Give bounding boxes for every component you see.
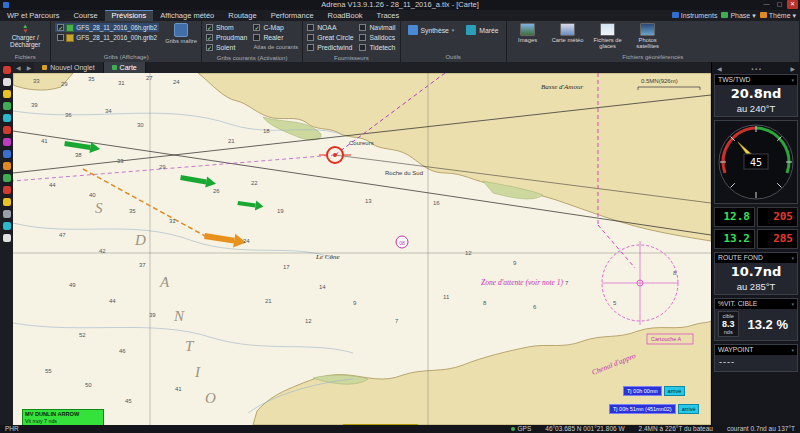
checkbox[interactable] [307, 34, 314, 41]
checkbox-item[interactable]: Predictwind [307, 43, 353, 52]
menu-bar: WP et ParcoursCoursePrévisionsAffichage … [0, 10, 800, 21]
svg-text:D: D [134, 232, 146, 248]
alarm-icon[interactable] [3, 186, 11, 194]
eta-status: arrivé [678, 404, 700, 414]
phase-menu[interactable]: Phase ▾ [721, 12, 755, 20]
panel-prev-icon[interactable]: ◀ [717, 65, 722, 72]
speed-display-1[interactable]: 12.8 [714, 207, 755, 227]
panel-grid-icon[interactable]: ▪ ▪ ▪ [751, 66, 761, 72]
svg-text:30: 30 [137, 122, 144, 128]
svg-text:S: S [95, 200, 103, 216]
charger-label-1: Charger / [12, 34, 39, 41]
svg-text:31: 31 [118, 80, 125, 86]
tab-carte[interactable]: Carte [104, 62, 146, 73]
info-icon[interactable] [3, 222, 11, 230]
svg-text:35: 35 [88, 76, 95, 82]
checkbox-item[interactable]: NOAA [307, 23, 353, 32]
svg-text:46: 46 [119, 348, 126, 354]
zoom-icon[interactable] [3, 102, 11, 110]
route-icon[interactable] [3, 78, 11, 86]
menu-item[interactable]: Affichage météo [153, 10, 221, 21]
tab-next-icon[interactable]: ▶ [24, 64, 35, 71]
tab-prev-icon[interactable]: ◀ [13, 64, 24, 71]
flag-icon[interactable] [3, 174, 11, 182]
checkbox-item[interactable]: Navimail [359, 23, 395, 32]
angle-display-1[interactable]: 205 [757, 207, 798, 227]
minimize-button[interactable]: — [761, 0, 772, 9]
checkbox-item[interactable]: Saildocs [359, 33, 395, 42]
svg-text:Zone d'attente (voir note 1): Zone d'attente (voir note 1) [481, 278, 564, 287]
svg-text:35: 35 [129, 208, 136, 214]
checkbox[interactable] [359, 34, 366, 41]
theme-menu[interactable]: Thème ▾ [760, 12, 796, 20]
nautical-chart[interactable]: 08 3329353127243936343041383329444035314… [13, 73, 711, 425]
checkbox[interactable]: ✓ [206, 44, 213, 51]
synthese-button[interactable]: Synthèse ▾ [405, 23, 458, 37]
fichiers-group-label: Fichiers [0, 53, 50, 62]
checkbox-label: Shom [216, 24, 234, 31]
mob-icon[interactable] [3, 198, 11, 206]
grib-checkbox[interactable] [57, 34, 64, 41]
waypoint-icon[interactable] [3, 90, 11, 98]
menu-item[interactable]: Traces [370, 10, 407, 21]
checkbox[interactable]: ✓ [206, 34, 213, 41]
current-icon[interactable] [3, 138, 11, 146]
checkbox[interactable] [253, 34, 260, 41]
tab-nouvel-onglet[interactable]: Nouvel Onglet [34, 62, 103, 73]
checkbox[interactable]: ✓ [206, 24, 213, 31]
menu-item[interactable]: Course [66, 10, 104, 21]
menu-item[interactable]: Performance [264, 10, 321, 21]
ruler-icon[interactable] [3, 114, 11, 122]
grib-file-row[interactable]: GFS_28_11_2016_00h.grib2 [55, 33, 159, 42]
tws-instrument[interactable]: TWS/TWD▾ 20.8nd au 240°T [714, 74, 798, 117]
fichiers-glaces-icon [600, 23, 615, 36]
instruments-menu[interactable]: Instruments [672, 12, 718, 19]
speed-display-2[interactable]: 13.2 [714, 229, 755, 249]
checkbox-item[interactable]: Realer [253, 33, 298, 42]
images-button[interactable]: Images [511, 23, 545, 43]
svg-text:N: N [173, 308, 185, 324]
close-button[interactable]: ✕ [787, 0, 798, 9]
checkbox[interactable] [359, 44, 366, 51]
menu-item[interactable]: WP et Parcours [0, 10, 66, 21]
boat-icon[interactable] [3, 66, 11, 74]
vit-cible-instrument[interactable]: %VIT. CIBLE▾ cible 8.3 nds 13.2 % [714, 298, 798, 341]
svg-text:41: 41 [41, 138, 48, 144]
carte-meteo-button[interactable]: Carte météo [551, 23, 585, 43]
settings-icon[interactable] [3, 210, 11, 218]
svg-text:13: 13 [365, 198, 372, 204]
checkbox-item[interactable]: Great Circle [307, 33, 353, 42]
svg-text:47: 47 [59, 232, 66, 238]
layers-icon[interactable] [3, 162, 11, 170]
maximize-button[interactable]: ▢ [774, 0, 785, 9]
fichiers-glaces-button[interactable]: Fichiers de glaces [591, 23, 625, 49]
charger-decharger-button[interactable]: ▲▼ Charger / Décharger [4, 23, 46, 49]
panel-next-icon[interactable]: ▶ [790, 65, 795, 72]
gribs-maitre-icon[interactable] [174, 23, 188, 37]
route-fond-instrument[interactable]: ROUTE FOND▾ 10.7nd au 285°T [714, 252, 798, 295]
photos-satellites-button[interactable]: Photos satellites [631, 23, 665, 49]
checkbox-item[interactable]: ✓Proudman [206, 33, 247, 42]
maree-button[interactable]: Marée [463, 23, 501, 37]
checkbox[interactable] [307, 44, 314, 51]
checkbox[interactable] [307, 24, 314, 31]
grib-checkbox[interactable]: ✓ [57, 24, 64, 31]
checkbox[interactable]: ✓ [253, 24, 260, 31]
checkbox-item[interactable]: ✓C-Map [253, 23, 298, 32]
waypoint-instrument[interactable]: WAYPOINT▾ ---- [714, 344, 798, 372]
wind-icon[interactable] [3, 126, 11, 134]
tide-icon[interactable] [3, 150, 11, 158]
anchor-icon[interactable] [3, 234, 11, 242]
menu-item[interactable]: RoadBook [321, 10, 370, 21]
ribbon-group-fichiers: ▲▼ Charger / Décharger Fichiers [0, 21, 51, 62]
grib-file-row[interactable]: ✓ GFS_28_11_2016_06h.grib2 [55, 23, 159, 32]
checkbox-item[interactable]: ✓Shom [206, 23, 247, 32]
checkbox-item[interactable]: Tidetech [359, 43, 395, 52]
menu-item[interactable]: Prévisions [105, 10, 154, 21]
checkbox[interactable] [359, 24, 366, 31]
angle-display-2[interactable]: 285 [757, 229, 798, 249]
checkbox-item[interactable]: ✓Solent [206, 43, 247, 52]
cible-value: 8.3 [722, 319, 735, 329]
menu-item[interactable]: Routage [221, 10, 263, 21]
wind-compass-gauge[interactable]: 45 [714, 120, 798, 204]
